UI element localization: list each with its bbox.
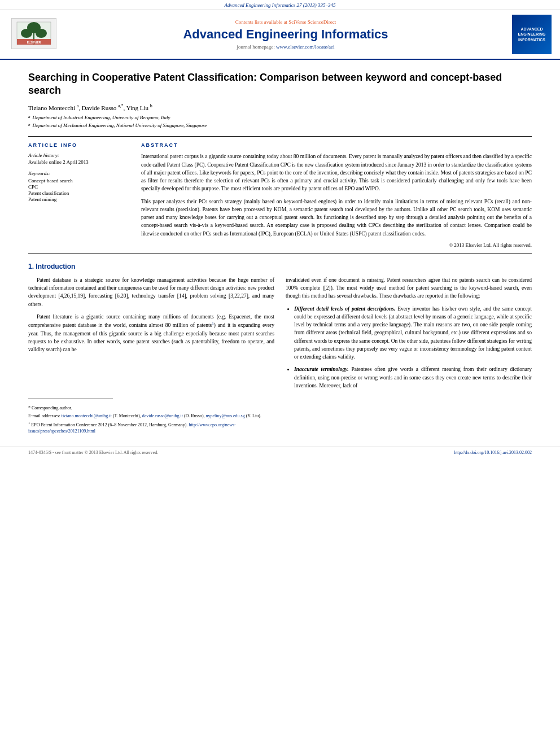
body-col-right: invalidated even if one document is miss… — [286, 276, 532, 435]
bullet-2: Inaccurate terminology. Patentees often … — [294, 365, 532, 390]
footnote-1: 1 EPO Patent Information Conference 2012… — [28, 420, 274, 434]
keyword-4: Patent mining — [28, 196, 130, 202]
affil-a: a Department of Industrial Engineering, … — [28, 114, 532, 122]
keyword-2: CPC — [28, 184, 130, 190]
journal-top-bar: Advanced Engineering Informatics 27 (201… — [0, 0, 560, 10]
keywords-group: Keywords: Concept-based search CPC Paten… — [28, 171, 130, 202]
bullet-section: Different detail levels of patent descri… — [286, 305, 532, 390]
keyword-1: Concept-based search — [28, 178, 130, 184]
elsevier-logo-container: ELSEVIER — [6, 15, 62, 54]
footnote-divider — [28, 399, 113, 399]
article-info-col: ARTICLE INFO Article history: Available … — [28, 142, 130, 248]
intro-right-p1: invalidated even if one document is miss… — [286, 276, 532, 300]
footer-doi: http://dx.doi.org/10.1016/j.aei.2013.02.… — [454, 450, 532, 455]
journal-homepage: journal homepage: www.elsevier.com/locat… — [68, 44, 504, 50]
journal-logo-right: ADVANCEDENGINEERINGINFORMATICS — [512, 15, 552, 54]
footer-copyright: 1474-0346/$ - see front matter © 2013 El… — [28, 450, 158, 455]
body-text-right: invalidated even if one document is miss… — [286, 276, 532, 300]
email-label: E-mail addresses: — [28, 413, 62, 418]
affiliations: a Department of Industrial Engineering, … — [28, 114, 532, 129]
keyword-3: Patent classification — [28, 190, 130, 196]
svg-text:ELSEVIER: ELSEVIER — [27, 41, 41, 44]
paper-content: Searching in Cooperative Patent Classifi… — [0, 60, 560, 447]
bullet-1-text: Every inventor has his/her own style, an… — [294, 306, 532, 360]
divider-2 — [28, 254, 532, 254]
affil-b: b Department of Mechanical Engineering, … — [28, 122, 532, 130]
elsevier-logo: ELSEVIER — [11, 18, 56, 51]
journal-logo-right-container: ADVANCEDENGINEERINGINFORMATICS — [509, 15, 554, 54]
abstract-p1: International patent corpus is a giganti… — [141, 152, 532, 193]
footnotes: * Corresponding author. E-mail addresses… — [28, 405, 274, 434]
abstract-text: International patent corpus is a giganti… — [141, 152, 532, 238]
abstract-p2: This paper analyzes their PCs search str… — [141, 198, 532, 238]
keywords-label: Keywords: — [28, 171, 130, 176]
intro-p2: Patent literature is a gigantic source c… — [28, 313, 274, 353]
bullet-1: Different detail levels of patent descri… — [294, 305, 532, 361]
abstract-label: ABSTRACT — [141, 142, 532, 148]
body-two-col: Patent database is a strategic source fo… — [28, 276, 532, 435]
body-text-left: Patent database is a strategic source fo… — [28, 276, 274, 353]
bullet-2-title: Inaccurate terminology. — [294, 366, 349, 372]
article-history-group: Article history: Available online 2 Apri… — [28, 152, 130, 165]
sciverse-link: Contents lists available at SciVerse Sci… — [68, 19, 504, 25]
intro-heading: 1. Introduction — [28, 263, 532, 270]
footnote-corresponding: * Corresponding author. — [28, 405, 274, 411]
footnotes-container: * Corresponding author. E-mail addresses… — [28, 399, 274, 434]
page-footer: 1474-0346/$ - see front matter © 2013 El… — [0, 447, 560, 458]
keywords-list: Concept-based search CPC Patent classifi… — [28, 178, 130, 202]
bullet-1-title: Different detail levels of patent descri… — [294, 306, 395, 312]
body-col-left: Patent database is a strategic source fo… — [28, 276, 274, 435]
introduction-section: 1. Introduction Patent database is a str… — [28, 263, 532, 435]
divider-1 — [28, 136, 532, 137]
article-info-abstract: ARTICLE INFO Article history: Available … — [28, 142, 532, 248]
journal-header-center: Contents lists available at SciVerse Sci… — [68, 15, 504, 54]
abstract-col: ABSTRACT International patent corpus is … — [141, 142, 532, 248]
article-history-value: Available online 2 April 2013 — [28, 159, 130, 165]
drawbacks-list: Different detail levels of patent descri… — [286, 305, 532, 390]
journal-title: Advanced Engineering Informatics — [68, 27, 504, 42]
article-info-label: ARTICLE INFO — [28, 142, 130, 148]
footnote-email: E-mail addresses: tiziano.montecchi@unib… — [28, 413, 274, 419]
svg-point-4 — [36, 29, 47, 38]
authors-line: Tiziano Montecchi a, Davide Russo a,*, Y… — [28, 103, 532, 111]
svg-point-3 — [21, 29, 32, 38]
sup-a: a — [77, 103, 79, 108]
sup-b: b — [150, 103, 152, 108]
article-history-label: Article history: — [28, 152, 130, 158]
article-title: Searching in Cooperative Patent Classifi… — [28, 71, 532, 98]
elsevier-logo-image: ELSEVIER — [11, 18, 56, 49]
intro-p1: Patent database is a strategic source fo… — [28, 276, 274, 308]
copyright: © 2013 Elsevier Ltd. All rights reserved… — [141, 242, 532, 248]
journal-header: ELSEVIER Contents lists available at Sci… — [0, 10, 560, 60]
